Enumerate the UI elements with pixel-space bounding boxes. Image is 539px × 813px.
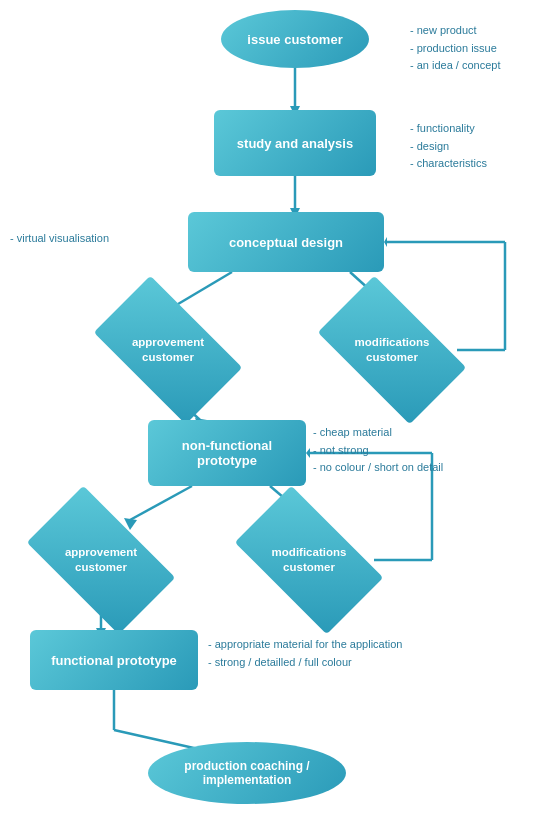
svg-marker-13 xyxy=(384,237,387,247)
non-functional-prototype-shape: non-functional prototype xyxy=(148,420,306,486)
diagram: issue customer study and analysis concep… xyxy=(0,0,539,813)
approvement1-label: approvementcustomer xyxy=(132,335,204,365)
study-analysis-annotation: - functionality - design - characteristi… xyxy=(410,120,487,173)
issue-customer-label: issue customer xyxy=(247,32,342,47)
annotation-line: - strong / detailled / full colour xyxy=(208,654,402,672)
modifications2-label: modificationscustomer xyxy=(272,545,347,575)
annotation-line: - design xyxy=(410,138,487,156)
issue-customer-annotation: - new product - production issue - an id… xyxy=(410,22,501,75)
annotation-line: - production issue xyxy=(410,40,501,58)
conceptual-design-shape: conceptual design xyxy=(188,212,384,272)
annotation-line: - appropriate material for the applicati… xyxy=(208,636,402,654)
annotation-line: - characteristics xyxy=(410,155,487,173)
non-functional-prototype-label: non-functional prototype xyxy=(182,438,272,468)
study-analysis-label: study and analysis xyxy=(237,136,353,151)
functional-prototype-label: functional prototype xyxy=(51,653,177,668)
modifications1-shape: modificationscustomer xyxy=(327,310,457,390)
modifications2-shape: modificationscustomer xyxy=(244,520,374,600)
functional-prototype-shape: functional prototype xyxy=(30,630,198,690)
approvement2-shape: approvementcustomer xyxy=(36,520,166,600)
approvement2-label: approvementcustomer xyxy=(65,545,137,575)
functional-annotation: - appropriate material for the applicati… xyxy=(208,636,402,671)
annotation-line: - functionality xyxy=(410,120,487,138)
conceptual-design-annotation: - virtual visualisation xyxy=(10,230,109,248)
annotation-line: - cheap material xyxy=(313,424,443,442)
annotation-line: - no colour / short on detail xyxy=(313,459,443,477)
issue-customer-shape: issue customer xyxy=(221,10,369,68)
approvement1-shape: approvementcustomer xyxy=(103,310,233,390)
svg-marker-23 xyxy=(306,448,310,458)
svg-line-14 xyxy=(130,486,192,520)
annotation-line: - not strong xyxy=(313,442,443,460)
production-coaching-label: production coaching / implementation xyxy=(184,759,309,787)
study-analysis-shape: study and analysis xyxy=(214,110,376,176)
annotation-line: - virtual visualisation xyxy=(10,230,109,248)
annotation-line: - new product xyxy=(410,22,501,40)
annotation-line: - an idea / concept xyxy=(410,57,501,75)
non-functional-annotation: - cheap material - not strong - no colou… xyxy=(313,424,443,477)
conceptual-design-label: conceptual design xyxy=(229,235,343,250)
modifications1-label: modificationscustomer xyxy=(355,335,430,365)
production-coaching-shape: production coaching / implementation xyxy=(148,742,346,804)
